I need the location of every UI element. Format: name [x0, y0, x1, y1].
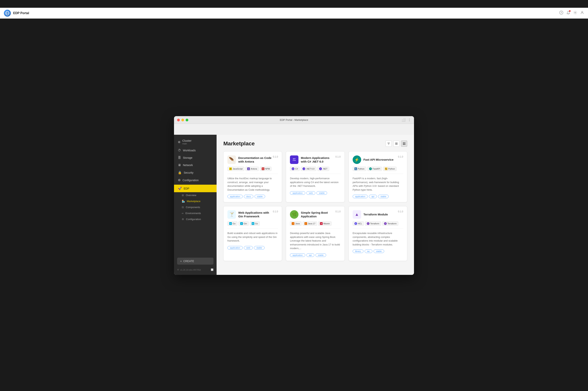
tech-java17-label: Java 17: [308, 222, 315, 225]
create-button[interactable]: + CREATE: [177, 258, 213, 265]
card-fastapi[interactable]: ⚡ Fast API Microservice 0.1.0 Py Python: [349, 151, 407, 202]
doc-card-version: 0.1.0: [273, 155, 278, 158]
storage-icon: 🗄: [178, 156, 181, 160]
network-label: Network: [183, 164, 193, 167]
sidebar-item-network[interactable]: 🖥 Network: [174, 161, 217, 169]
list-view-btn[interactable]: [393, 141, 399, 147]
workloads-icon: ⏱: [178, 149, 181, 152]
filter-btn[interactable]: [386, 141, 392, 147]
tech-antora-label: Antora: [251, 168, 257, 170]
tech-net60: .N .NET 6.0: [301, 167, 316, 171]
gin-desc: Build scalable and robust web applicatio…: [227, 231, 278, 243]
page-title: Marketplace: [223, 141, 255, 147]
tech-java: J Java: [290, 221, 301, 226]
fastapi-card-version: 0.1.0: [398, 155, 403, 158]
net-tech-tags: C# C# .N .NET 6.0 .N .NET: [290, 167, 340, 171]
maximize-btn[interactable]: [186, 119, 188, 121]
card-gin[interactable]: 🍸 Web Applications with Gin Framework 0.…: [223, 206, 282, 261]
tech-npm: N NPM: [260, 167, 272, 171]
tag-stable-gin: stable: [254, 246, 265, 250]
net-card-name: Modern Applications with C# .NET 6.0: [301, 156, 335, 164]
app-window: EDP Portal - Marketplace ⬜ ⋮ EDP Portal: [174, 116, 414, 275]
sidebar-sub-configuration[interactable]: ⚙ Configuration: [174, 216, 217, 222]
tech-terraform2: T Terraform: [382, 221, 398, 226]
tag-stable-fastapi: stable: [378, 195, 389, 198]
card-terraform[interactable]: ▲ Terraform Module 0.1.0 H HCL T: [349, 206, 407, 261]
sidebar-sub-overview[interactable]: ⊞ Overview: [174, 192, 217, 198]
sidebar-sub-marketplace[interactable]: 🏪 Marketplace: [174, 198, 217, 204]
card-title-area: 🪶 Documentation as Code with Antora: [227, 155, 273, 164]
sidebar-item-configuration[interactable]: ⚙ Configuration: [174, 176, 217, 184]
tech-go1-label: Go: [233, 222, 236, 225]
components-label: Components: [186, 206, 200, 209]
tech-go2-label: Go: [255, 222, 258, 225]
tag-api-spring: api: [306, 253, 314, 257]
tech-net-label: .NET: [323, 168, 327, 170]
grid-view-btn[interactable]: [401, 141, 407, 147]
terraform-tech-tags: H HCL T Terraform T Terraform: [353, 221, 403, 226]
tech-csharp-label: C#: [295, 168, 298, 170]
overview-label: Overview: [186, 194, 196, 197]
gin-tags: application web stable: [227, 246, 278, 250]
svg-rect-11: [395, 143, 397, 144]
window-icon-2[interactable]: ⋮: [408, 118, 411, 122]
divider-gin: [227, 228, 278, 229]
spring-icon: 🌿: [290, 210, 298, 219]
sidebar-item-storage[interactable]: 🗄 Storage: [174, 154, 217, 161]
fastapi-desc: FastAPI is a modern, fast (high-performa…: [353, 177, 403, 192]
sidebar-item-security[interactable]: 🔒 Security: [174, 169, 217, 176]
tech-js: JS JavaScript: [227, 167, 244, 171]
tag-application-gin: application: [227, 246, 243, 250]
sidebar-item-workloads[interactable]: ⏱ Workloads: [174, 147, 217, 154]
version-action[interactable]: ⬜: [211, 269, 213, 271]
tech-maven: M Maven: [318, 221, 332, 226]
svg-rect-13: [403, 142, 404, 143]
marketplace-grid: 🪶 Documentation as Code with Antora 0.1.…: [223, 151, 407, 261]
card-modern-net[interactable]: NET Core Modern Applications with C# .NE…: [286, 151, 345, 202]
window-icon-1[interactable]: ⬜: [402, 118, 405, 122]
create-label: CREATE: [183, 260, 194, 263]
terraform-card-name: Terraform Module: [364, 212, 388, 216]
sidebar-sub-components[interactable]: ⊟ Components: [174, 204, 217, 210]
tech-gin: G Gin: [238, 221, 249, 226]
security-icon: 🔒: [178, 171, 182, 174]
version-text: v1.26.10-eks-4f4795d: [180, 269, 201, 271]
tech-csharp: C# C#: [290, 167, 300, 171]
tag-iac: iac: [365, 250, 372, 253]
fastapi-tech-tags: Py Python F FastAPI Py Python: [353, 167, 403, 171]
sidebar-item-edp[interactable]: 🚀 EDP: [174, 185, 217, 192]
tag-application-spring: application: [290, 253, 305, 257]
tech-python2-label: Python: [388, 168, 395, 170]
card-title-area-terraform: ▲ Terraform Module: [353, 210, 398, 219]
tag-docs: docs: [244, 195, 253, 198]
window-title: EDP Portal - Marketplace: [280, 118, 308, 121]
card-doc-as-code[interactable]: 🪶 Documentation as Code with Antora 0.1.…: [223, 151, 282, 202]
components-icon: ⊟: [182, 206, 184, 209]
divider-net: [290, 174, 340, 174]
spring-card-name: Simple Spring Boot Application: [301, 211, 335, 218]
card-spring[interactable]: 🌿 Simple Spring Boot Application 0.1.0 J…: [286, 206, 345, 261]
marketplace-icon: 🏪: [182, 200, 185, 203]
sidebar-cluster[interactable]: ⊛ Cluster main: [174, 137, 217, 147]
svg-rect-12: [395, 144, 397, 145]
configuration-icon: ⚙: [178, 178, 181, 182]
tech-hcl-label: HCL: [358, 222, 362, 225]
net-card-version: 0.1.0: [335, 155, 341, 158]
gin-tech-tags: Go Go G Gin Go Go: [227, 221, 278, 226]
tech-net60-label: .NET 6.0: [306, 168, 314, 170]
sidebar-sub-environments[interactable]: ∞ Environments: [174, 210, 217, 216]
tech-terraform1: T Terraform: [365, 221, 381, 226]
edp-icon: 🚀: [178, 187, 182, 190]
version-info: ⚙ v1.26.10-eks-4f4795d ⬜: [174, 267, 217, 273]
close-btn[interactable]: [177, 119, 180, 121]
minimize-btn[interactable]: [181, 119, 184, 121]
tech-python2: Py Python: [383, 167, 396, 171]
tech-terraform1-label: Terraform: [370, 222, 379, 225]
tech-java-label: Java: [295, 222, 300, 225]
gin-card-version: 0.1.0: [273, 210, 278, 213]
tech-python1: Py Python: [353, 167, 366, 171]
tech-fastapi: F FastAPI: [367, 167, 382, 171]
terraform-tags: library iac stable: [353, 250, 403, 253]
environments-label: Environments: [186, 212, 201, 215]
card-header-spring: 🌿 Simple Spring Boot Application 0.1.0: [290, 210, 340, 219]
